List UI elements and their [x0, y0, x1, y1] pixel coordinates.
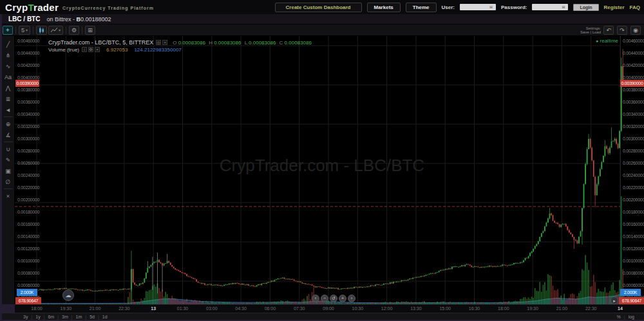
scroll-right-button[interactable]: ›: [348, 295, 355, 302]
svg-text:0.00160000: 0.00160000: [623, 222, 644, 226]
svg-text:0.00320000: 0.00320000: [623, 124, 644, 129]
range-1y[interactable]: 1y: [32, 315, 43, 319]
svg-text:0.00360000: 0.00360000: [17, 100, 39, 104]
time-axis-day-label: 14: [618, 306, 623, 311]
logo-accent-t: T: [28, 2, 33, 13]
reset-view-button[interactable]: ↺: [330, 295, 337, 302]
range-1d[interactable]: 1d: [99, 315, 111, 319]
text-tool-icon[interactable]: Aa: [3, 72, 14, 82]
svg-text:0.00200000: 0.00200000: [17, 197, 39, 202]
range-1m[interactable]: 1m: [73, 315, 86, 319]
theme-button[interactable]: Theme: [406, 3, 437, 12]
fibonacci-tool-icon[interactable]: ≣: [3, 94, 14, 104]
goto-realtime-button[interactable]: ▸: [611, 297, 618, 304]
settings-save-load[interactable]: Settings:Save | Load: [580, 26, 601, 34]
legend-style-icon[interactable]: ◎: [156, 40, 161, 45]
time-axis-label: 09:00: [323, 306, 334, 311]
scale-toggles: %|log: [614, 315, 644, 319]
realtime-dot-icon: ●: [596, 39, 598, 43]
svg-text:0.00180000: 0.00180000: [623, 210, 644, 214]
lock-tool-icon[interactable]: ▣: [3, 166, 14, 176]
undo-icon[interactable]: ↶: [603, 26, 614, 35]
time-axis-label: 16:30: [469, 306, 480, 311]
chart-scroll-controls: ‹−↺+›: [312, 295, 355, 302]
toolbar-separator: [33, 26, 33, 34]
chart-settings-gear-icon[interactable]: ⚙: [69, 26, 79, 35]
svg-text:0.00300000: 0.00300000: [17, 136, 39, 141]
tool-sidebar: ╱⋔∿Aa⋀≣◄⊕∡∪✎▣∅×: [2, 36, 15, 304]
magnet-tool-icon[interactable]: ∪: [3, 144, 14, 154]
zoom-in-button[interactable]: +: [339, 295, 346, 302]
password-picker-icon: ⊞: [562, 5, 565, 9]
svg-text:0.00060000: 0.00060000: [623, 283, 644, 288]
price-chart[interactable]: CrypTrader.com - LBC/BTC0.004600000.0046…: [15, 36, 644, 304]
chevron-down-icon: ▾: [59, 28, 61, 32]
volume-move-icon[interactable]: ↕: [82, 47, 87, 52]
crosshair-tool-icon[interactable]: +: [3, 26, 13, 35]
register-link[interactable]: Register: [604, 5, 625, 10]
volume-legend-title: Volume (true): [48, 47, 79, 53]
time-axis-label: 22:30: [585, 306, 597, 311]
time-axis[interactable]: 18:0019:3021:0022:301301:3003:0004:3006:…: [15, 304, 644, 313]
svg-text:0.00280000: 0.00280000: [623, 149, 644, 153]
time-axis-label: 03:00: [206, 306, 218, 311]
scale-log[interactable]: log: [625, 315, 638, 319]
pitchfork-tool-icon[interactable]: ⋔: [3, 50, 14, 60]
snapshot-camera-icon[interactable]: ◉: [630, 26, 641, 35]
scale-percent[interactable]: %: [614, 315, 624, 319]
svg-text:0.00340000: 0.00340000: [17, 112, 39, 116]
svg-text:0.00120000: 0.00120000: [17, 246, 39, 251]
line-style-icon[interactable]: ▾: [48, 26, 63, 35]
svg-text:0.00360000: 0.00360000: [623, 100, 644, 104]
range-5d[interactable]: 5d: [86, 315, 98, 319]
pair-title: LBC / BTC: [8, 15, 40, 23]
compare-icon[interactable]: ⊞: [85, 26, 95, 35]
svg-text:0.00440000: 0.00440000: [623, 51, 644, 55]
range-3y[interactable]: 3y: [20, 315, 31, 319]
redo-icon[interactable]: ↷: [617, 26, 627, 35]
brush-tool-icon[interactable]: ∿: [3, 61, 14, 71]
faq-link[interactable]: FAQ: [630, 5, 640, 10]
interval-selector[interactable]: 5▾: [19, 26, 30, 35]
hide-tool-icon[interactable]: ∅: [3, 177, 14, 187]
range-3m[interactable]: 3m: [59, 315, 71, 319]
volume-settings-icon[interactable]: ⚙: [88, 47, 93, 52]
toolbar-separator: [15, 26, 16, 34]
svg-text:0.00460000: 0.00460000: [17, 39, 39, 43]
user-input[interactable]: [460, 5, 489, 10]
time-axis-label: 19:30: [61, 306, 72, 311]
sidebar-separator: [4, 142, 13, 142]
draw-tool-icon[interactable]: ✎: [3, 155, 14, 165]
markets-button[interactable]: Markets: [367, 3, 401, 12]
chart-canvas: CrypTrader.com - LBC/BTC0.004600000.0046…: [15, 36, 644, 304]
candlestick-style-icon[interactable]: [36, 26, 47, 35]
time-axis-label: 13:30: [410, 306, 422, 311]
svg-text:0.00260000: 0.00260000: [623, 161, 644, 165]
svg-text:0.00120000: 0.00120000: [623, 246, 644, 251]
legend-close-icon[interactable]: ×: [162, 40, 167, 45]
svg-text:0.00160000: 0.00160000: [17, 222, 39, 226]
svg-text:0.00100000: 0.00100000: [17, 259, 39, 263]
measure-tool-icon[interactable]: ∡: [3, 130, 14, 140]
svg-text:0.00380000: 0.00380000: [623, 87, 644, 92]
pattern-tool-icon[interactable]: ⋀: [3, 83, 14, 93]
trend-line-tool-icon[interactable]: ╱: [3, 39, 14, 49]
zoom-out-button[interactable]: −: [321, 295, 328, 302]
delete-tool-icon[interactable]: ×: [3, 191, 14, 201]
password-input[interactable]: [532, 5, 562, 10]
toolbar-separator: [82, 26, 82, 34]
create-dashboard-button[interactable]: Create Custom Dashboard: [275, 3, 362, 12]
realtime-status: ● realtime: [596, 38, 618, 44]
svg-text:0.00060000: 0.00060000: [17, 283, 39, 288]
cursor-arrow-tool-icon[interactable]: ◄: [3, 105, 14, 115]
scroll-left-button[interactable]: ‹: [312, 295, 319, 302]
login-button[interactable]: Login: [573, 4, 598, 11]
range-6m[interactable]: 6m: [44, 315, 57, 319]
svg-text:0.00280000: 0.00280000: [17, 149, 39, 153]
toolbar-separator: [66, 26, 66, 34]
volume-close-icon[interactable]: ×: [95, 47, 100, 52]
svg-text:0.00140000: 0.00140000: [17, 234, 39, 239]
zoom-tool-icon[interactable]: ⊕: [3, 119, 14, 129]
current-price-label-right: 0.00390000: [620, 80, 644, 87]
svg-text:0.00080000: 0.00080000: [17, 271, 39, 275]
